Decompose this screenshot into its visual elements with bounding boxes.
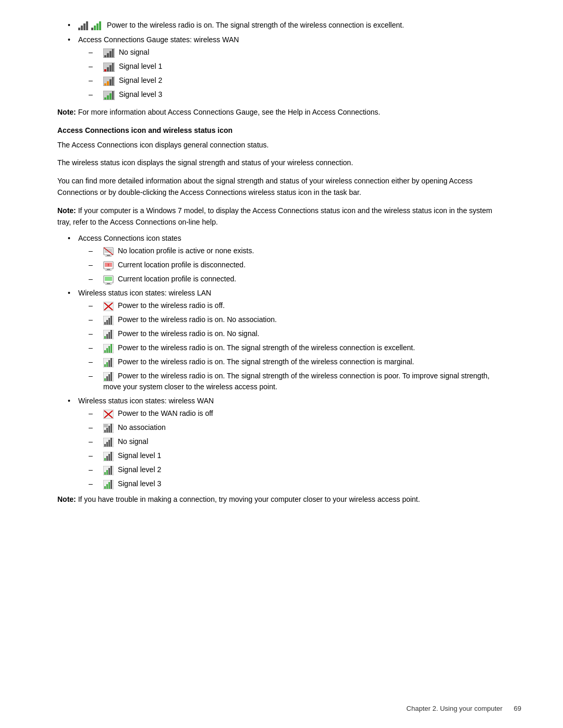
svg-rect-86 — [106, 456, 108, 461]
svg-rect-82 — [108, 440, 110, 447]
svg-rect-90 — [104, 472, 106, 475]
svg-rect-68 — [108, 374, 110, 381]
svg-rect-10 — [107, 53, 109, 57]
svg-rect-48 — [108, 318, 110, 325]
svg-rect-88 — [111, 452, 112, 461]
page-footer: Chapter 2. Using your computer 69 — [407, 705, 521, 712]
svg-rect-30 — [107, 255, 110, 256]
svg-rect-78 — [104, 424, 108, 427]
svg-rect-6 — [96, 23, 99, 30]
svg-rect-49 — [111, 316, 112, 325]
svg-rect-9 — [104, 55, 106, 57]
svg-rect-64 — [111, 358, 112, 367]
wireless-wan-section-title: Wireless status icon states: wireless WA… — [78, 397, 214, 405]
gauge-signal1-label: Signal level 1 — [119, 62, 162, 70]
wlan-no-signal-label: Power to the wireless radio is on. No si… — [118, 329, 260, 338]
svg-rect-35 — [107, 269, 110, 270]
wwan-signal1-label: Signal level 1 — [118, 451, 161, 460]
svg-rect-21 — [109, 79, 112, 85]
svg-rect-97 — [108, 482, 110, 489]
wwan-no-assoc-icon — [103, 423, 118, 431]
note1: Note: For more information about Access … — [57, 106, 506, 118]
svg-rect-93 — [111, 466, 112, 475]
svg-rect-51 — [104, 336, 106, 339]
svg-rect-22 — [112, 77, 114, 85]
svg-rect-59 — [111, 344, 112, 353]
wlan-poor-icon — [103, 372, 118, 380]
svg-rect-25 — [107, 95, 109, 100]
svg-rect-61 — [104, 364, 106, 367]
svg-rect-3 — [86, 21, 88, 30]
svg-rect-57 — [106, 348, 108, 353]
svg-rect-53 — [108, 332, 110, 339]
svg-text:!: ! — [108, 263, 109, 267]
svg-rect-12 — [112, 49, 114, 57]
wwan-signal2-icon — [103, 465, 118, 474]
wwan-no-signal-icon — [103, 437, 118, 446]
wlan-marginal-label: Power to the wireless radio is on. The s… — [118, 357, 414, 366]
svg-rect-20 — [107, 81, 109, 85]
svg-rect-87 — [108, 454, 110, 461]
ac-disconnected-label: Current location profile is disconnected… — [118, 261, 246, 269]
wlan-excellent-label: Power to the wireless radio is on. The s… — [118, 343, 415, 352]
gauge-signal2-label: Signal level 2 — [119, 76, 162, 84]
wlan-marginal-icon — [103, 357, 118, 366]
wwan-signal1-icon — [103, 451, 118, 460]
svg-rect-95 — [104, 486, 106, 489]
gauge-no-signal-label: No signal — [119, 48, 149, 56]
svg-rect-85 — [104, 458, 106, 461]
footer-page: 69 — [514, 705, 521, 712]
svg-rect-96 — [106, 484, 108, 489]
svg-rect-74 — [104, 430, 106, 433]
wlan-excellent-icon — [103, 343, 118, 352]
svg-rect-2 — [83, 23, 85, 30]
svg-rect-46 — [104, 322, 106, 325]
svg-rect-39 — [105, 277, 112, 281]
para3: You can find more detailed information a… — [57, 175, 506, 199]
wwan-no-signal-label: No signal — [118, 437, 148, 446]
gauge-signal3-icon — [103, 90, 119, 98]
svg-rect-36 — [105, 270, 112, 270]
wwan-signal2-label: Signal level 2 — [118, 465, 161, 474]
svg-rect-4 — [91, 28, 93, 30]
svg-rect-7 — [99, 21, 101, 30]
section-heading: Access Connections icon and wireless sta… — [57, 125, 506, 136]
ac-no-profile-label: No location profile is active or none ex… — [118, 246, 254, 255]
svg-rect-14 — [104, 69, 106, 71]
svg-rect-75 — [106, 428, 108, 433]
intro-text: Power to the wireless radio is on. The s… — [107, 21, 404, 29]
svg-rect-19 — [104, 83, 106, 85]
svg-rect-11 — [109, 51, 112, 57]
svg-rect-66 — [104, 378, 106, 381]
wlan-off-label: Power to the wireless radio is off. — [118, 301, 225, 310]
svg-rect-91 — [106, 470, 108, 475]
svg-rect-17 — [112, 63, 114, 71]
svg-rect-69 — [111, 372, 112, 381]
ac-disconnected-icon: ! — [103, 261, 118, 269]
svg-rect-92 — [108, 468, 110, 475]
svg-rect-58 — [108, 346, 110, 353]
svg-rect-27 — [112, 91, 114, 100]
note3: Note: If you have trouble in making a co… — [57, 493, 506, 505]
svg-rect-83 — [111, 438, 112, 447]
wlan-no-signal-icon — [103, 329, 118, 338]
svg-rect-16 — [109, 65, 112, 71]
svg-rect-24 — [104, 97, 106, 100]
svg-rect-31 — [105, 256, 112, 256]
gauge-signal2-icon — [103, 76, 119, 84]
svg-rect-56 — [104, 350, 106, 353]
ac-connected-label: Current location profile is connected. — [118, 275, 236, 283]
wwan-off-label: Power to the WAN radio is off — [118, 409, 213, 417]
svg-rect-47 — [106, 320, 108, 325]
wwan-no-assoc-label: No association — [118, 423, 166, 431]
gauge-signal1-icon — [103, 62, 119, 70]
svg-rect-15 — [107, 67, 109, 71]
gauge-section-title: Access Connections Gauge states: wireles… — [78, 35, 239, 44]
svg-rect-76 — [108, 426, 110, 433]
double-signal-icon — [78, 21, 103, 30]
wlan-poor-label: Power to the wireless radio is on. The s… — [103, 372, 489, 391]
wwan-off-icon — [103, 409, 118, 417]
wlan-no-assoc-icon — [103, 315, 118, 324]
svg-rect-26 — [109, 93, 112, 100]
para1: The Access Connections icon displays gen… — [57, 139, 506, 151]
